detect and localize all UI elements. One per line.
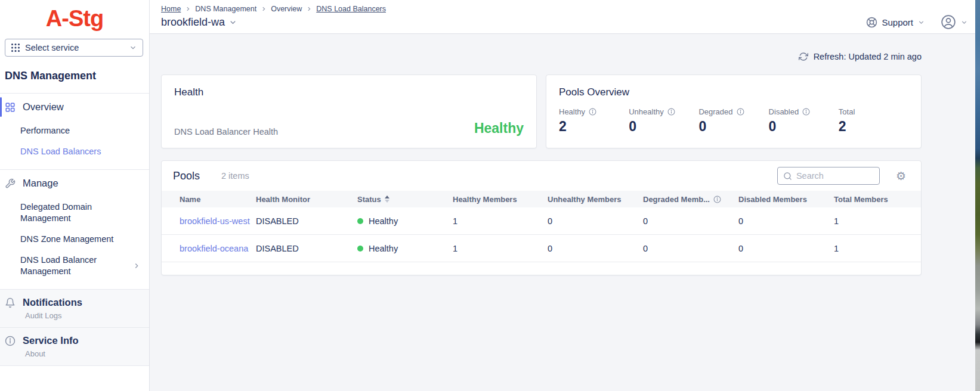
column-header-degraded-members[interactable]: Degraded Memb... (643, 195, 738, 204)
sidebar-item-overview[interactable]: Overview (0, 94, 149, 120)
column-header-status[interactable]: Status (357, 195, 453, 204)
page-title-dropdown[interactable]: brookfield-wa (161, 16, 386, 29)
account-menu[interactable] (941, 14, 968, 30)
stat-label: Total (839, 107, 855, 116)
apps-grid-icon (11, 43, 20, 52)
stat-label: Healthy (559, 107, 585, 116)
user-avatar-icon (941, 14, 956, 30)
search-icon (783, 172, 792, 181)
health-metric-label: DNS Load Balancer Health (174, 127, 278, 136)
sidebar-item-dns-load-balancer-management[interactable]: DNS Load Balancer Management (0, 250, 149, 282)
sidebar-item-label: DNS Load Balancer Management (20, 255, 110, 277)
info-circle-icon[interactable] (713, 196, 721, 203)
divider (0, 365, 149, 366)
app-logo: A-Stg (0, 0, 149, 32)
table-settings-gear-icon[interactable]: ⚙ (896, 170, 906, 182)
sidebar-item-delegated-domain-management[interactable]: Delegated Domain Management (0, 197, 113, 229)
stat-value: 0 (769, 119, 839, 135)
sidebar-item-notifications[interactable]: Notifications (5, 297, 144, 308)
info-circle-icon[interactable] (737, 108, 744, 116)
sidebar: A-Stg Select service DNS Management (0, 0, 150, 391)
stat-label: Degraded (698, 107, 732, 116)
info-circle-icon[interactable] (802, 108, 810, 116)
sidebar-section-notifications: Notifications Audit Logs (0, 289, 149, 327)
stat-value: 0 (698, 119, 768, 135)
page-title: brookfield-wa (161, 16, 225, 29)
unhealthy-members-cell: 0 (548, 216, 643, 226)
healthy-members-cell: 1 (453, 216, 548, 226)
table-row: brookfield-oceana DISABLED Healthy 1 0 0… (162, 235, 921, 262)
pools-header: Pools 2 items ⚙ (162, 161, 921, 191)
healthy-members-cell: 1 (453, 244, 548, 253)
health-monitor-cell: DISABLED (256, 244, 357, 253)
top-bar: Home DNS Management Overview DNS Load Ba… (150, 0, 980, 34)
pools-table: Name Health Monitor Status Healthy Membe… (162, 191, 921, 262)
screen-edge-artifact (975, 0, 980, 391)
column-header-total-members[interactable]: Total Members (834, 195, 921, 204)
pools-search (777, 167, 880, 185)
breadcrumb-separator-icon (185, 6, 191, 12)
breadcrumb-separator-icon (306, 6, 312, 12)
health-card-title: Health (174, 86, 524, 98)
pool-name-link[interactable]: brookfield-oceana (180, 244, 256, 253)
pools-overview-stats: Healthy 2 Unhealthy 0 Degraded (559, 107, 908, 135)
search-input[interactable] (796, 171, 868, 181)
disabled-members-cell: 0 (738, 244, 834, 253)
breadcrumb-dns-load-balancers[interactable]: DNS Load Balancers (316, 5, 386, 13)
column-header-name[interactable]: Name (180, 195, 256, 204)
stat-value: 2 (839, 119, 908, 135)
sidebar-item-about[interactable]: About (5, 346, 144, 358)
chevron-down-icon (228, 18, 237, 27)
column-label: Degraded Memb... (643, 195, 710, 204)
pool-name-link[interactable]: brookfield-us-west (180, 216, 256, 226)
sidebar-item-dns-load-balancers[interactable]: DNS Load Balancers (0, 141, 149, 162)
column-header-health-monitor[interactable]: Health Monitor (256, 195, 357, 204)
stat-total: Total 2 (839, 107, 908, 135)
stat-label: Unhealthy (629, 107, 664, 116)
info-circle-icon[interactable] (589, 108, 596, 116)
chevron-down-icon (917, 18, 925, 26)
info-circle-icon[interactable] (667, 108, 675, 116)
status-cell: Healthy (357, 216, 453, 226)
status-label: Healthy (369, 244, 398, 253)
sidebar-title: DNS Management (0, 57, 149, 93)
service-select-label: Select service (25, 43, 124, 52)
column-header-disabled-members[interactable]: Disabled Members (738, 195, 834, 204)
status-cell: Healthy (357, 244, 453, 253)
refresh-button[interactable]: Refresh: Updated 2 min ago (799, 52, 922, 61)
refresh-row: Refresh: Updated 2 min ago (161, 52, 922, 61)
healthy-status-dot (357, 218, 363, 224)
breadcrumb-separator-icon (261, 6, 267, 12)
pools-overview-title: Pools Overview (559, 86, 908, 98)
sidebar-section-manage: Manage Delegated Domain Management DNS Z… (0, 170, 149, 289)
sidebar-item-performance[interactable]: Performance (0, 120, 149, 141)
sidebar-item-audit-logs[interactable]: Audit Logs (5, 308, 144, 320)
active-indicator (0, 97, 2, 117)
overview-grid-icon (5, 102, 16, 113)
support-menu[interactable]: Support (866, 17, 925, 28)
total-members-cell: 1 (834, 244, 921, 253)
sidebar-section-service-info: Service Info About (0, 327, 149, 365)
column-header-unhealthy-members[interactable]: Unhealthy Members (548, 195, 643, 204)
sidebar-item-manage[interactable]: Manage (0, 170, 149, 197)
stat-value: 0 (629, 119, 698, 135)
total-members-cell: 1 (834, 216, 921, 226)
sidebar-item-service-info[interactable]: Service Info (5, 335, 144, 346)
breadcrumb-home[interactable]: Home (161, 5, 181, 13)
service-select[interactable]: Select service (5, 39, 143, 57)
sidebar-item-dns-zone-management[interactable]: DNS Zone Management (0, 229, 149, 250)
topbar-left: Home DNS Management Overview DNS Load Ba… (161, 5, 386, 33)
breadcrumb-dns-management[interactable]: DNS Management (195, 5, 256, 13)
chevron-right-icon (132, 262, 141, 270)
health-metric: DNS Load Balancer Health Healthy (174, 120, 524, 136)
breadcrumb-overview[interactable]: Overview (271, 5, 302, 13)
stat-disabled: Disabled 0 (769, 107, 839, 135)
column-header-healthy-members[interactable]: Healthy Members (453, 195, 548, 204)
stat-healthy: Healthy 2 (559, 107, 629, 135)
health-monitor-cell: DISABLED (256, 216, 357, 226)
pools-item-count: 2 items (221, 171, 249, 181)
degraded-members-cell: 0 (643, 216, 738, 226)
table-header-row: Name Health Monitor Status Healthy Membe… (162, 191, 921, 207)
bell-icon (5, 297, 16, 308)
topbar-right: Support (866, 5, 968, 33)
